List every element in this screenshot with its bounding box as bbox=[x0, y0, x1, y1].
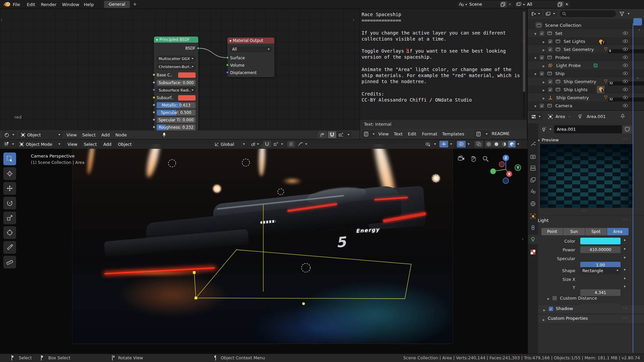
custom-properties-panel-header[interactable]: Custom Properties:::: bbox=[528, 314, 644, 323]
tab-tool-icon[interactable] bbox=[530, 141, 536, 146]
text-menu-text[interactable]: Text bbox=[393, 129, 403, 138]
checkbox[interactable] bbox=[548, 87, 552, 92]
breadcrumb-object[interactable]: Area bbox=[555, 114, 565, 119]
blender-logo-icon[interactable] bbox=[3, 1, 11, 7]
shader-menu-node[interactable]: Node bbox=[115, 130, 127, 139]
text-menu-edit[interactable]: Edit bbox=[407, 129, 417, 138]
specular-tint-slider[interactable]: Specular Ti:0.000 bbox=[157, 117, 196, 123]
power-field[interactable]: 410.00000 bbox=[580, 246, 621, 253]
output-target-dropdown[interactable]: All bbox=[230, 46, 272, 52]
animate-dot[interactable] bbox=[624, 269, 626, 270]
text-menu-templates[interactable]: Templates bbox=[441, 129, 465, 138]
tab-light-data-icon-active[interactable] bbox=[530, 237, 536, 242]
size-x-field[interactable]: 4.341 bbox=[580, 289, 621, 296]
menu-render[interactable]: Render bbox=[40, 0, 57, 9]
disclosure-icon[interactable] bbox=[534, 55, 536, 60]
animate-dot[interactable] bbox=[624, 239, 626, 241]
base-color-swatch[interactable] bbox=[178, 72, 196, 78]
specular-tint-socket[interactable] bbox=[153, 118, 155, 121]
disclosure-icon[interactable] bbox=[534, 31, 536, 36]
editor-type-dropdown[interactable] bbox=[2, 131, 16, 138]
base-color-socket[interactable] bbox=[153, 73, 155, 76]
row-label[interactable]: Ship Geometry bbox=[564, 79, 596, 84]
checkbox[interactable] bbox=[540, 104, 544, 108]
text-content[interactable]: Race Spaceship============== If you chan… bbox=[362, 11, 520, 103]
eye-icon[interactable] bbox=[623, 96, 628, 99]
xray-toggle-icon[interactable] bbox=[474, 141, 483, 147]
tool-cursor[interactable] bbox=[3, 167, 16, 180]
checkbox[interactable] bbox=[540, 31, 544, 36]
custom-distance-checkbox[interactable] bbox=[552, 296, 557, 300]
area-edge-highlight[interactable] bbox=[633, 23, 633, 353]
collapse-chevron-icon[interactable]: ‹ bbox=[638, 27, 640, 32]
new-view-layer-button[interactable] bbox=[557, 1, 564, 7]
tab-scene-icon[interactable] bbox=[530, 189, 536, 194]
row-label[interactable]: Set bbox=[555, 31, 562, 36]
displacement-socket[interactable] bbox=[226, 71, 229, 74]
subsurface-color-socket[interactable] bbox=[153, 96, 155, 99]
surface-socket[interactable] bbox=[226, 56, 229, 59]
tab-object-icon[interactable] bbox=[530, 214, 536, 219]
tool-select-box[interactable] bbox=[3, 153, 16, 165]
gizmo-dropdown[interactable] bbox=[449, 141, 454, 147]
remove-view-layer-button[interactable]: ✕ bbox=[565, 2, 569, 7]
panel-grip[interactable]: :::: bbox=[623, 306, 628, 310]
workspace-tab-general[interactable]: General bbox=[104, 1, 130, 8]
light-type-point[interactable]: Point bbox=[541, 228, 563, 235]
shader-menu-view[interactable]: View bbox=[66, 130, 77, 139]
datablock-name-field[interactable]: Area.001 bbox=[554, 125, 622, 133]
disclosure-icon[interactable] bbox=[543, 95, 545, 100]
tab-constraints-icon[interactable] bbox=[530, 225, 536, 230]
row-label[interactable]: Ship Geometry bbox=[556, 95, 589, 100]
animate-dot[interactable] bbox=[624, 278, 626, 279]
row-label[interactable]: Ship Lights bbox=[564, 87, 588, 92]
node-material-output[interactable]: Material Output All Surface Volume Displ… bbox=[227, 38, 274, 77]
tool-measure[interactable] bbox=[3, 256, 16, 268]
disclosure-icon[interactable] bbox=[534, 103, 536, 108]
text-menu-view[interactable]: View bbox=[378, 129, 389, 138]
tool-transform[interactable] bbox=[3, 226, 16, 239]
visibility-dropdown[interactable] bbox=[423, 141, 438, 147]
shader-type-dropdown[interactable]: Object bbox=[19, 131, 62, 138]
tab-texture-icon[interactable] bbox=[530, 249, 536, 255]
eye-icon[interactable] bbox=[623, 104, 628, 107]
metallic-socket[interactable] bbox=[153, 104, 155, 106]
gizmo-toggle-icon[interactable] bbox=[439, 141, 448, 147]
outliner-row[interactable]: Ship Geometry32 bbox=[528, 77, 644, 85]
animate-dot[interactable] bbox=[624, 286, 626, 287]
proportional-editing-icon[interactable] bbox=[287, 141, 295, 147]
eye-icon[interactable] bbox=[623, 80, 628, 83]
subsurface-color-row[interactable]: Subsurf.. bbox=[157, 95, 196, 101]
search-input[interactable] bbox=[559, 10, 616, 17]
animate-dot[interactable] bbox=[624, 257, 626, 258]
shader-menu-add[interactable]: Add bbox=[101, 130, 110, 139]
pan-view-button[interactable] bbox=[470, 156, 478, 163]
outliner-row[interactable]: Light Probe bbox=[528, 61, 644, 69]
custom-distance-row[interactable]: Custom Distance bbox=[547, 296, 597, 301]
menu-edit[interactable]: Edit bbox=[26, 0, 36, 9]
filter-type-dropdown[interactable] bbox=[544, 10, 557, 17]
eye-icon[interactable] bbox=[623, 48, 628, 51]
add-workspace-button[interactable]: + bbox=[131, 1, 138, 8]
outliner-row[interactable]: Camera bbox=[528, 102, 644, 110]
pin-icon[interactable] bbox=[620, 114, 625, 119]
row-label[interactable]: Scene Collection bbox=[545, 23, 581, 28]
snap-mode-dropdown[interactable] bbox=[272, 141, 285, 147]
checkbox[interactable] bbox=[548, 47, 552, 52]
shading-material-icon[interactable] bbox=[500, 141, 508, 147]
light-preview[interactable] bbox=[540, 144, 633, 208]
light-type-spot[interactable]: Spot bbox=[585, 228, 607, 235]
shading-wireframe-icon[interactable] bbox=[485, 141, 492, 147]
disclosure-icon[interactable] bbox=[547, 296, 549, 301]
subsurface-color-swatch[interactable] bbox=[178, 95, 196, 101]
expand-chevron-icon[interactable]: › bbox=[637, 76, 639, 80]
view-layer-selector[interactable]: All ✕ bbox=[515, 1, 571, 8]
text-datablock-dropdown[interactable] bbox=[474, 130, 490, 137]
scrollbar-thumb[interactable] bbox=[523, 11, 525, 92]
node-principled-bsdf[interactable]: Principled BSDF BSDF Multiscatter GGX Ch… bbox=[154, 37, 198, 130]
eye-icon[interactable] bbox=[623, 32, 628, 35]
light-color-swatch[interactable] bbox=[580, 238, 621, 244]
tab-output-icon[interactable] bbox=[530, 166, 536, 171]
outliner-row[interactable]: Set Geometry8 bbox=[528, 45, 644, 53]
fake-user-shield-button[interactable] bbox=[623, 125, 632, 133]
